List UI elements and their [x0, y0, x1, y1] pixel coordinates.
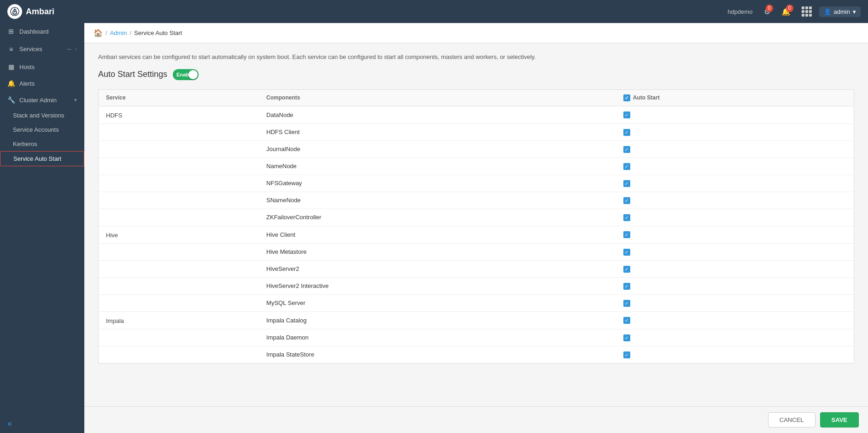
auto-start-cell: ✓ — [616, 311, 854, 329]
bell-badge: 0 — [786, 5, 793, 12]
sidebar-sub-kerberos[interactable]: Kerberos — [0, 137, 84, 151]
sidebar-sub-service-accounts[interactable]: Service Accounts — [0, 123, 84, 137]
sidebar-collapse-button[interactable]: « — [0, 414, 84, 433]
sidebar-item-services-label: Services — [19, 46, 62, 53]
auto-start-checkbox[interactable]: ✓ — [623, 129, 630, 136]
table-row: MySQL Server✓ — [99, 294, 854, 311]
sidebar-item-cluster-admin[interactable]: 🔧 Cluster Admin ▾ — [0, 92, 84, 108]
component-cell: HiveServer2 — [259, 260, 616, 277]
toggle-knob — [188, 70, 198, 79]
cluster-name: hdpdemo — [727, 8, 752, 15]
auto-start-title: Auto Start Settings — [98, 70, 167, 79]
main-layout: ⊞ Dashboard ≡ Services ··· › ▦ Hosts 🔔 A… — [0, 23, 868, 433]
dashboard-icon: ⊞ — [7, 28, 15, 35]
auto-start-checkbox[interactable]: ✓ — [623, 180, 630, 187]
table-row: HiveServer2 Interactive✓ — [99, 277, 854, 294]
page-description: Ambari services can be configured to sta… — [98, 53, 854, 62]
service-cell — [99, 175, 259, 192]
sidebar-sub-stack-versions[interactable]: Stack and Versions — [0, 108, 84, 123]
sidebar-item-alerts[interactable]: 🔔 Alerts — [0, 75, 84, 92]
service-cell — [99, 277, 259, 294]
component-cell: HiveServer2 Interactive — [259, 277, 616, 294]
table-row: Hive Metastore✓ — [99, 243, 854, 260]
gear-button[interactable]: ⚙ 0 — [764, 7, 770, 16]
sidebar-sub-service-auto-start[interactable]: Service Auto Start — [0, 151, 84, 166]
auto-start-cell: ✓ — [616, 294, 854, 311]
th-service: Service — [99, 89, 259, 106]
cluster-admin-icon: 🔧 — [7, 96, 15, 104]
th-auto-start: ✓ Auto Start — [616, 89, 854, 106]
auto-start-checkbox[interactable]: ✓ — [623, 317, 630, 324]
breadcrumb-admin-link[interactable]: Admin — [110, 29, 127, 36]
breadcrumb-home-icon[interactable]: 🏠 — [94, 29, 103, 37]
auto-start-cell: ✓ — [616, 158, 854, 175]
save-button[interactable]: SAVE — [820, 412, 859, 427]
collapse-icon: « — [7, 419, 12, 428]
service-accounts-label: Service Accounts — [13, 126, 59, 133]
auto-start-cell: ✓ — [616, 260, 854, 277]
sidebar-item-dashboard[interactable]: ⊞ Dashboard — [0, 23, 84, 40]
service-cell — [99, 294, 259, 311]
auto-start-cell: ✓ — [616, 175, 854, 192]
component-cell: ZKFailoverController — [259, 209, 616, 226]
auto-start-checkbox[interactable]: ✓ — [623, 249, 630, 256]
auto-start-checkbox[interactable]: ✓ — [623, 300, 630, 307]
th-components: Components — [259, 89, 616, 106]
user-icon: 👤 — [824, 8, 831, 15]
stack-versions-label: Stack and Versions — [13, 112, 64, 119]
auto-start-checkbox[interactable]: ✓ — [623, 197, 630, 204]
service-auto-start-label: Service Auto Start — [13, 155, 61, 162]
auto-start-cell: ✓ — [616, 329, 854, 346]
service-cell — [99, 192, 259, 209]
sidebar-item-hosts[interactable]: ▦ Hosts — [0, 59, 84, 75]
component-cell: NameNode — [259, 158, 616, 175]
service-cell — [99, 243, 259, 260]
table-row: NameNode✓ — [99, 158, 854, 175]
alerts-icon: 🔔 — [7, 80, 15, 87]
auto-start-checkbox[interactable]: ✓ — [623, 334, 630, 341]
sidebar-item-services[interactable]: ≡ Services ··· › — [0, 40, 84, 59]
table-row: HiveServer2✓ — [99, 260, 854, 277]
services-icon: ≡ — [7, 46, 15, 53]
cancel-button[interactable]: CANCEL — [768, 412, 815, 427]
footer-bar: CANCEL SAVE — [84, 406, 868, 433]
auto-start-checkbox[interactable]: ✓ — [623, 351, 630, 358]
auto-start-checkbox[interactable]: ✓ — [623, 283, 630, 290]
select-all-checkbox[interactable]: ✓ — [623, 94, 630, 101]
sidebar: ⊞ Dashboard ≡ Services ··· › ▦ Hosts 🔔 A… — [0, 23, 84, 433]
auto-start-checkbox[interactable]: ✓ — [623, 146, 630, 153]
gear-badge: 0 — [766, 5, 773, 12]
cluster-admin-arrow: ▾ — [74, 97, 77, 103]
component-cell: MySQL Server — [259, 294, 616, 311]
auto-start-checkbox[interactable]: ✓ — [623, 111, 630, 118]
component-cell: DataNode — [259, 106, 616, 123]
apps-grid-button[interactable] — [802, 6, 812, 17]
auto-start-cell: ✓ — [616, 106, 854, 123]
table-row: Impala StateStore✓ — [99, 346, 854, 363]
auto-start-cell: ✓ — [616, 243, 854, 260]
user-menu[interactable]: 👤 admin ▾ — [819, 6, 861, 17]
enabled-toggle[interactable]: Enabled — [173, 69, 199, 80]
hosts-icon: ▦ — [7, 63, 15, 70]
page-body: Ambari services can be configured to sta… — [84, 43, 868, 406]
bell-button[interactable]: 🔔 0 — [781, 7, 791, 16]
auto-start-checkbox[interactable]: ✓ — [623, 163, 630, 170]
table-row: HiveHive Client✓ — [99, 226, 854, 243]
service-cell — [99, 140, 259, 158]
auto-start-checkbox[interactable]: ✓ — [623, 214, 630, 221]
table-row: NFSGateway✓ — [99, 175, 854, 192]
user-label: admin — [834, 8, 850, 15]
component-cell: Impala Catalog — [259, 311, 616, 329]
service-cell — [99, 209, 259, 226]
navbar: Ambari hdpdemo ⚙ 0 🔔 0 👤 admin ▾ — [0, 0, 868, 23]
service-cell: Hive — [99, 226, 259, 243]
breadcrumb-current-page: Service Auto Start — [134, 29, 182, 36]
auto-start-checkbox[interactable]: ✓ — [623, 231, 630, 238]
table-row: SNameNode✓ — [99, 192, 854, 209]
component-cell: HDFS Client — [259, 123, 616, 140]
service-cell — [99, 158, 259, 175]
table-body: HDFSDataNode✓HDFS Client✓JournalNode✓Nam… — [99, 106, 854, 363]
breadcrumb: 🏠 / Admin / Service Auto Start — [84, 23, 868, 43]
component-cell: NFSGateway — [259, 175, 616, 192]
auto-start-checkbox[interactable]: ✓ — [623, 266, 630, 273]
